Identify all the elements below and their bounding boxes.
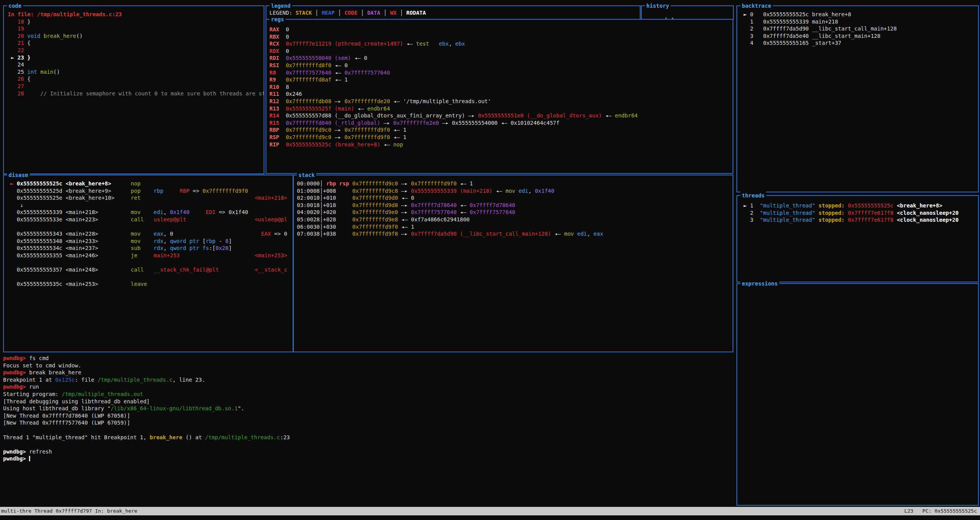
text-line: RSI 0x7fffffffd8f0 ◂— 0 bbox=[269, 62, 733, 69]
text-line: 4 0x555555555165 _start+37 bbox=[740, 39, 978, 47]
text-segment: ebx bbox=[455, 41, 465, 47]
text-segment: () at bbox=[182, 434, 205, 440]
text-segment: Thread 1 "multiple_thread" hit Breakpoin… bbox=[3, 434, 150, 440]
text-segment: RIP bbox=[269, 141, 286, 148]
text-line: RDI 0x555555558040 (sem) ◂— 0 bbox=[269, 54, 733, 62]
text-segment: 0x555555555355 <main+246> bbox=[17, 252, 98, 258]
text-segment: 0x555555555339 <main+218> bbox=[17, 209, 98, 215]
text-segment bbox=[336, 209, 352, 215]
text-segment: +038 bbox=[323, 231, 336, 237]
text-segment: 0x555555555339 (main+218) bbox=[411, 188, 493, 194]
text-line: 0x555555555348 <main+233> mov rdx, qword… bbox=[7, 238, 293, 245]
text-segment: qword ptr bbox=[170, 245, 202, 251]
stack-view: 00:0000│ rbp rsp 0x7fffffffd9c0 —▸ 0x7ff… bbox=[294, 175, 733, 352]
gdb-console[interactable]: pwndbg> fs cmdFocus set to cmd window.pw… bbox=[3, 355, 730, 467]
text-line: 28 // Initialize semaphore with count 0 … bbox=[8, 90, 264, 97]
text-line: 0x555555555355 <main+246> je main+253 <m… bbox=[7, 252, 293, 259]
text-segment bbox=[98, 281, 131, 287]
text-segment: 0x555555554000 bbox=[452, 120, 498, 126]
text-segment bbox=[137, 252, 153, 258]
text-segment: [New Thread 0x7ffff7577640 (LWP 67059)] bbox=[3, 420, 130, 426]
text-segment: ◂— bbox=[403, 41, 416, 47]
text-segment: 0x7fffffffd9f0 bbox=[411, 180, 457, 187]
text-segment: int bbox=[27, 69, 37, 75]
text-line: 25 int main() bbox=[8, 68, 264, 76]
text-segment: mov bbox=[506, 188, 515, 194]
text-line: [New Thread 0x7ffff7577640 (LWP 67059)] bbox=[3, 419, 730, 427]
expressions-view bbox=[737, 284, 978, 505]
text-segment: 0x7fffffffd9c8 bbox=[352, 188, 398, 194]
panel-title-expressions: expressions bbox=[740, 280, 779, 287]
text-segment: edi bbox=[518, 188, 528, 194]
text-segment: 03:0018 bbox=[297, 202, 320, 208]
text-segment: RCX bbox=[269, 41, 286, 47]
text-line bbox=[3, 427, 730, 434]
text-segment: 0x7ffff7e617f8 bbox=[848, 217, 893, 223]
text-segment: RDI bbox=[269, 55, 286, 61]
text-segment: —▸ bbox=[398, 209, 411, 215]
text-line: Focus set to cmd window. bbox=[3, 362, 730, 369]
text-line: 05:0028│+028 0x7fffffffd9e8 ◂— 0xf7a4866… bbox=[297, 216, 733, 223]
text-segment: │ bbox=[312, 10, 322, 16]
text-segment bbox=[845, 217, 848, 223]
panel-title-disasm: disasm bbox=[7, 171, 30, 179]
text-segment: break_here bbox=[150, 434, 182, 440]
text-line: 2 0x7ffff7da5d90 __libc_start_call_main+… bbox=[740, 25, 978, 32]
text-segment bbox=[114, 195, 131, 201]
text-line: RIP 0x55555555525c (break_here+8) ◂— nop bbox=[269, 141, 733, 148]
text-segment bbox=[144, 267, 153, 273]
text-segment: 0 bbox=[286, 34, 289, 40]
text-segment bbox=[8, 47, 17, 53]
text-segment: RBP bbox=[180, 188, 189, 194]
text-segment bbox=[141, 195, 255, 201]
text-segment: Focus set to cmd window. bbox=[3, 362, 81, 369]
text-segment: ] bbox=[228, 238, 232, 244]
text-segment: __stack_chk_fail@plt bbox=[153, 267, 219, 273]
text-segment bbox=[336, 216, 352, 223]
text-segment: => bbox=[216, 209, 229, 215]
text-line: 18 } bbox=[8, 18, 264, 25]
text-segment: 0xf7a4866c62941800 bbox=[411, 216, 470, 223]
text-segment bbox=[98, 245, 131, 251]
text-segment bbox=[7, 209, 17, 215]
text-segment bbox=[8, 40, 17, 46]
text-line: 2 "multiple_thread" stopped: 0x7ffff7e61… bbox=[740, 209, 978, 217]
text-line: 0x555555555343 <main+228> mov eax, 0 EAX… bbox=[7, 230, 293, 238]
text-segment bbox=[7, 188, 17, 194]
text-segment: , bbox=[164, 209, 170, 215]
text-segment bbox=[180, 252, 255, 258]
text-segment: pwndbg> bbox=[3, 455, 29, 462]
text-line: 02:0010│+010 0x7fffffffd9d0 ◂— 0 bbox=[297, 194, 733, 202]
text-segment: nop bbox=[131, 180, 140, 187]
text-segment: '/tmp/multiple_threads.out' bbox=[403, 98, 491, 104]
text-segment: main+253 bbox=[153, 252, 179, 258]
text-segment: 01:0008 bbox=[297, 188, 320, 194]
text-line: R13 0x55555555525f (main) ◂— endbr64 bbox=[269, 105, 733, 112]
text-segment bbox=[336, 195, 352, 201]
text-segment: 26 bbox=[17, 76, 24, 82]
text-segment: 18 bbox=[17, 19, 24, 25]
text-segment: 0x55555555525c <break_here+8> bbox=[17, 180, 111, 187]
status-right: L23 PC: 0x55555555525c bbox=[904, 508, 977, 515]
text-segment: R8 bbox=[269, 70, 286, 76]
text-segment: 0x7ffff7577640 bbox=[344, 70, 390, 76]
text-line: 22 bbox=[8, 47, 264, 54]
text-line: R10 8 bbox=[269, 83, 733, 91]
text-segment: 0x55555555525e <break_here+10> bbox=[17, 195, 114, 201]
text-segment bbox=[141, 231, 154, 237]
text-segment: RODATA bbox=[406, 10, 426, 16]
text-segment: EAX bbox=[261, 231, 271, 237]
text-segment bbox=[740, 217, 750, 223]
text-segment bbox=[574, 231, 577, 237]
text-line: 26 { bbox=[8, 75, 264, 83]
text-segment: 1 bbox=[750, 202, 760, 209]
text-segment: <usleep@pl bbox=[255, 216, 287, 223]
text-segment: ► 0 0x55555555525c break_here+8 bbox=[740, 11, 851, 17]
text-line: RDX 0 bbox=[269, 48, 733, 55]
text-segment: rbp rsp bbox=[326, 180, 349, 187]
text-line: ► 23 } bbox=[8, 54, 264, 61]
text-segment: :23 bbox=[280, 434, 290, 440]
text-line: 0x55555555534c <main+237> sub rdx, qword… bbox=[7, 245, 293, 252]
text-segment bbox=[336, 188, 352, 194]
text-line: ► 0 0x55555555525c break_here+8 bbox=[740, 11, 978, 18]
